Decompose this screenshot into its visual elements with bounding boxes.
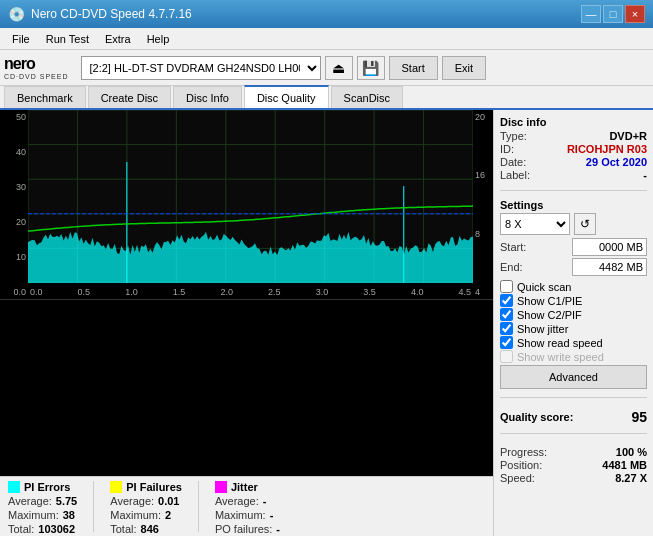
show-read-speed-row: Show read speed: [500, 336, 647, 349]
title-bar: 💿 Nero CD-DVD Speed 4.7.7.16 — □ ×: [0, 0, 653, 28]
stats-bar: PI Errors Average: 5.75 Maximum: 38 Tota…: [0, 476, 493, 536]
jitter-legend-box: [215, 481, 227, 493]
show-write-speed-checkbox: [500, 350, 513, 363]
show-write-speed-row: Show write speed: [500, 350, 647, 363]
progress-row: Progress: 100 %: [500, 446, 647, 458]
show-read-speed-checkbox[interactable]: [500, 336, 513, 349]
po-failures: PO failures: -: [215, 523, 280, 535]
pi-failures-stats: PI Failures Average: 0.01 Maximum: 2 Tot…: [110, 481, 199, 532]
tab-disc-quality[interactable]: Disc Quality: [244, 85, 329, 108]
tab-create-disc[interactable]: Create Disc: [88, 86, 171, 108]
disc-info-title: Disc info: [500, 116, 647, 128]
jitter-maximum: Maximum: -: [215, 509, 280, 521]
maximize-button[interactable]: □: [603, 5, 623, 23]
pi-failures-total: Total: 846: [110, 523, 182, 535]
nero-logo-text: nero: [4, 55, 35, 73]
show-c1-pie-row: Show C1/PIE: [500, 294, 647, 307]
menu-help[interactable]: Help: [139, 29, 178, 49]
show-jitter-row: Show jitter: [500, 322, 647, 335]
jitter-legend-label: Jitter: [231, 481, 258, 493]
chart-stats-area: 50 40 30 20 10 0.0 20 16 8 4 0.0: [0, 110, 493, 536]
pi-failures-legend: PI Failures: [110, 481, 182, 493]
toolbar: nero CD·DVD SPEED [2:2] HL-DT-ST DVDRAM …: [0, 50, 653, 86]
pi-failures-maximum: Maximum: 2: [110, 509, 182, 521]
refresh-button[interactable]: ↺: [574, 213, 596, 235]
upper-x-axis: 0.0 0.5 1.0 1.5 2.0 2.5 3.0 3.5 4.0 4.5: [28, 287, 473, 297]
upper-y-axis-left: 50 40 30 20 10 0.0: [0, 110, 28, 299]
main-content: 50 40 30 20 10 0.0 20 16 8 4 0.0: [0, 110, 653, 536]
end-input[interactable]: [572, 258, 647, 276]
menu-file[interactable]: File: [4, 29, 38, 49]
advanced-button[interactable]: Advanced: [500, 365, 647, 389]
pi-errors-total: Total: 103062: [8, 523, 77, 535]
tab-scan-disc[interactable]: ScanDisc: [331, 86, 403, 108]
jitter-average: Average: -: [215, 495, 280, 507]
nero-logo: nero CD·DVD SPEED: [4, 55, 69, 80]
pi-errors-stats: PI Errors Average: 5.75 Maximum: 38 Tota…: [8, 481, 94, 532]
show-c2-pif-row: Show C2/PIF: [500, 308, 647, 321]
upper-chart: 50 40 30 20 10 0.0 20 16 8 4 0.0: [0, 110, 493, 300]
jitter-stats: Jitter Average: - Maximum: - PO failures…: [215, 481, 296, 532]
menu-bar: File Run Test Extra Help: [0, 28, 653, 50]
tab-disc-info[interactable]: Disc Info: [173, 86, 242, 108]
start-input[interactable]: [572, 238, 647, 256]
disc-info-section: Disc info Type: DVD+R ID: RICOHJPN R03 D…: [500, 116, 647, 182]
show-c1-pie-checkbox[interactable]: [500, 294, 513, 307]
start-button[interactable]: Start: [389, 56, 438, 80]
save-button[interactable]: 💾: [357, 56, 385, 80]
speed-select[interactable]: 8 X Max 2 X 4 X 16 X: [500, 213, 570, 235]
upper-chart-canvas: [28, 110, 473, 283]
start-row: Start:: [500, 238, 647, 256]
pi-errors-legend-label: PI Errors: [24, 481, 70, 493]
pi-failures-average: Average: 0.01: [110, 495, 182, 507]
nero-logo-sub: CD·DVD SPEED: [4, 73, 69, 80]
pi-failures-legend-box: [110, 481, 122, 493]
app-title: Nero CD-DVD Speed 4.7.7.16: [31, 7, 192, 21]
disc-type-row: Type: DVD+R: [500, 130, 647, 142]
speed-row: 8 X Max 2 X 4 X 16 X ↺: [500, 213, 647, 235]
pi-errors-maximum: Maximum: 38: [8, 509, 77, 521]
app-icon: 💿: [8, 6, 25, 22]
position-row: Position: 4481 MB: [500, 459, 647, 471]
quick-scan-checkbox[interactable]: [500, 280, 513, 293]
menu-extra[interactable]: Extra: [97, 29, 139, 49]
right-panel: Disc info Type: DVD+R ID: RICOHJPN R03 D…: [493, 110, 653, 536]
jitter-legend: Jitter: [215, 481, 280, 493]
show-jitter-checkbox[interactable]: [500, 322, 513, 335]
end-row: End:: [500, 258, 647, 276]
pi-errors-legend-box: [8, 481, 20, 493]
pi-failures-legend-label: PI Failures: [126, 481, 182, 493]
title-bar-left: 💿 Nero CD-DVD Speed 4.7.7.16: [8, 6, 192, 22]
pi-errors-legend: PI Errors: [8, 481, 77, 493]
minimize-button[interactable]: —: [581, 5, 601, 23]
quality-score-row: Quality score: 95: [500, 409, 647, 425]
show-c2-pif-checkbox[interactable]: [500, 308, 513, 321]
disc-date-row: Date: 29 Oct 2020: [500, 156, 647, 168]
tab-bar: Benchmark Create Disc Disc Info Disc Qua…: [0, 86, 653, 110]
disc-id-row: ID: RICOHJPN R03: [500, 143, 647, 155]
charts-container: 50 40 30 20 10 0.0 20 16 8 4 0.0: [0, 110, 493, 476]
disc-label-row: Label: -: [500, 169, 647, 181]
close-button[interactable]: ×: [625, 5, 645, 23]
divider-2: [500, 397, 647, 398]
drive-select[interactable]: [2:2] HL-DT-ST DVDRAM GH24NSD0 LH00: [81, 56, 321, 80]
pi-errors-average: Average: 5.75: [8, 495, 77, 507]
eject-button[interactable]: ⏏: [325, 56, 353, 80]
upper-y-axis-right: 20 16 8 4: [473, 110, 493, 299]
title-controls: — □ ×: [581, 5, 645, 23]
settings-title: Settings: [500, 199, 647, 211]
tab-benchmark[interactable]: Benchmark: [4, 86, 86, 108]
progress-section: Progress: 100 % Position: 4481 MB Speed:…: [500, 446, 647, 485]
menu-run-test[interactable]: Run Test: [38, 29, 97, 49]
divider-3: [500, 433, 647, 434]
settings-section: Settings 8 X Max 2 X 4 X 16 X ↺ Start: E…: [500, 199, 647, 389]
exit-button[interactable]: Exit: [442, 56, 486, 80]
quick-scan-row: Quick scan: [500, 280, 647, 293]
speed-row-progress: Speed: 8.27 X: [500, 472, 647, 484]
divider-1: [500, 190, 647, 191]
